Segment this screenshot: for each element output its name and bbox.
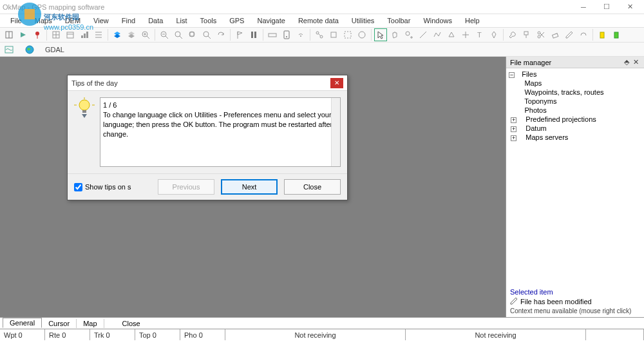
menu-bar: File Maps DEM View Find Data List Tools … [0, 14, 644, 27]
svg-rect-15 [86, 32, 88, 38]
paint-icon[interactable] [520, 28, 533, 41]
scissors-icon[interactable] [535, 28, 547, 41]
tab-general[interactable]: General [3, 318, 42, 328]
list-icon[interactable] [92, 28, 105, 41]
box-icon[interactable] [327, 28, 340, 41]
redo-icon[interactable] [577, 28, 590, 41]
circle-icon[interactable] [355, 28, 368, 41]
tool-icon[interactable] [3, 28, 15, 41]
select-icon[interactable] [341, 28, 354, 41]
arrow-icon[interactable] [17, 28, 30, 41]
text-icon[interactable]: T [473, 28, 486, 41]
bottom-tabs: General Cursor Map Close [0, 317, 644, 329]
menu-remote-data[interactable]: Remote data [292, 15, 345, 26]
shape-icon[interactable] [445, 28, 458, 41]
menu-tools[interactable]: Tools [194, 15, 223, 26]
battery-yellow-icon[interactable] [596, 28, 609, 41]
status-receive-1: Not receiving [225, 329, 406, 340]
tab-close[interactable]: Close [116, 319, 147, 328]
device-icon[interactable] [280, 28, 293, 41]
maximize-button[interactable]: ☐ [595, 1, 618, 14]
layers-blue-icon[interactable] [111, 28, 124, 41]
svg-line-24 [166, 36, 168, 39]
move-icon[interactable] [459, 28, 472, 41]
menu-view[interactable]: View [87, 15, 115, 26]
status-rte: Rte 0 [45, 329, 90, 340]
dialog-close-icon[interactable]: ✕ [330, 78, 343, 88]
zoom-out-icon[interactable] [158, 28, 171, 41]
menu-find[interactable]: Find [115, 15, 142, 26]
selected-file-line: File has been modified [510, 297, 640, 306]
marker-icon[interactable] [488, 28, 500, 41]
menu-file[interactable]: File [4, 15, 28, 26]
panel-close-icon[interactable]: ✕ [631, 58, 640, 66]
svg-rect-14 [84, 34, 86, 38]
minimize-button[interactable]: ─ [572, 1, 595, 14]
svg-rect-35 [269, 34, 276, 37]
cursor-icon[interactable] [374, 28, 387, 41]
zoom-in-icon[interactable] [139, 28, 152, 41]
tab-map[interactable]: Map [77, 319, 104, 328]
menu-gps[interactable]: GPS [223, 15, 251, 26]
point-add-icon[interactable] [402, 28, 415, 41]
close-button[interactable]: Close [284, 179, 341, 195]
panel-title: File manager [510, 59, 622, 66]
menu-dem[interactable]: DEM [59, 15, 87, 26]
hand-icon[interactable] [388, 28, 401, 41]
svg-point-64 [79, 100, 90, 110]
tip-text-area: 1 / 6 To change language click on Utilit… [100, 97, 341, 167]
ruler-icon[interactable] [266, 28, 279, 41]
file-tree[interactable]: − Files Maps Waypoints, tracks, routes T… [506, 68, 644, 285]
pin-icon[interactable]: ⬘ [622, 58, 631, 66]
eraser-icon[interactable] [549, 28, 562, 41]
zoom-fit-icon[interactable] [186, 28, 199, 41]
line-icon[interactable] [417, 28, 430, 41]
menu-toolbar[interactable]: Toolbar [381, 15, 417, 26]
globe-icon[interactable] [23, 44, 36, 55]
refresh-icon[interactable] [214, 28, 227, 41]
zoom-region-icon[interactable] [172, 28, 185, 41]
grid-icon[interactable] [50, 28, 62, 41]
menu-windows[interactable]: Windows [417, 15, 459, 26]
menu-maps[interactable]: Maps [28, 15, 59, 26]
svg-point-55 [538, 35, 540, 38]
battery-green-icon[interactable] [610, 28, 623, 41]
zoom-search-icon[interactable] [200, 28, 213, 41]
previous-button: Previous [158, 179, 214, 195]
connect-icon[interactable] [313, 28, 326, 41]
chart-icon[interactable] [78, 28, 91, 41]
signal-icon[interactable] [294, 28, 307, 41]
svg-point-26 [175, 32, 180, 37]
svg-text:GDAL: GDAL [45, 46, 64, 53]
menu-list[interactable]: List [169, 15, 193, 26]
gdal-icon[interactable]: GDAL [44, 44, 57, 55]
tab-cursor[interactable]: Cursor [42, 319, 77, 328]
columns-icon[interactable] [247, 28, 260, 41]
svg-line-31 [208, 36, 211, 39]
svg-rect-58 [553, 34, 558, 38]
pencil-icon[interactable] [563, 28, 576, 41]
flag-icon[interactable] [233, 28, 246, 41]
calendar-icon[interactable] [64, 28, 77, 41]
svg-point-38 [300, 35, 301, 37]
next-button[interactable]: Next [221, 179, 278, 195]
map-icon[interactable] [3, 44, 15, 55]
scrollbar[interactable] [331, 98, 340, 166]
window-close-button[interactable]: ✕ [618, 1, 641, 14]
menu-utilities[interactable]: Utilities [345, 15, 381, 26]
pin-icon[interactable] [31, 28, 44, 41]
status-empty [586, 329, 644, 340]
lightbulb-icon [74, 97, 95, 118]
menu-help[interactable]: Help [459, 15, 486, 26]
polyline-icon[interactable] [431, 28, 444, 41]
layers-grey-icon[interactable] [125, 28, 138, 41]
svg-point-6 [35, 32, 39, 35]
menu-navigate[interactable]: Navigate [251, 15, 291, 26]
wrench-icon[interactable] [506, 28, 519, 41]
map-canvas[interactable]: Tips of the day ✕ 1 / 6 To change langua… [0, 57, 506, 317]
svg-rect-61 [5, 46, 13, 53]
menu-data[interactable]: Data [142, 15, 169, 26]
window-title: OkMap - GPS mapping software [3, 3, 572, 11]
status-pho: Pho 0 [180, 329, 225, 340]
show-tips-checkbox[interactable]: Show tips on s [74, 183, 131, 191]
